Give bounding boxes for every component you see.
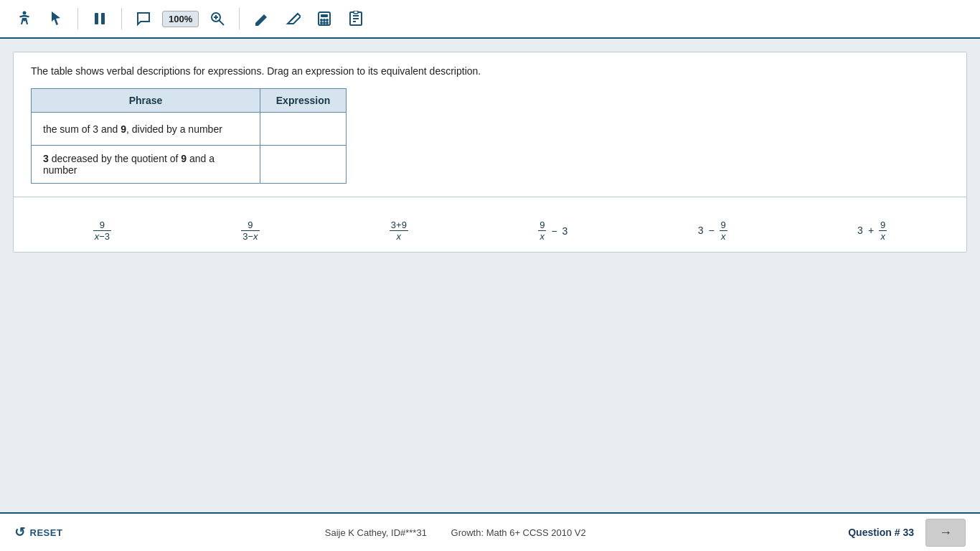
table-row: the sum of 3 and 9, divided by a number	[32, 113, 347, 146]
svg-point-0	[23, 11, 27, 15]
next-button[interactable]: →	[925, 519, 966, 547]
expr-item-1[interactable]: 9 x−3	[88, 216, 117, 245]
toolbar-divider	[77, 8, 78, 29]
pointer-icon[interactable]	[43, 6, 69, 32]
footer-user: Saije K Cathey, ID#***31	[325, 527, 427, 538]
instruction-text: The table shows verbal descriptions for …	[31, 65, 949, 77]
expr-item-6[interactable]: 3 + 9 x	[852, 217, 892, 245]
svg-rect-9	[321, 14, 328, 17]
eraser-icon[interactable]	[280, 6, 306, 32]
toolbar: 100%	[0, 0, 980, 39]
pencil-icon[interactable]	[248, 6, 274, 32]
footer: ↺ RESET Saije K Cathey, ID#***31 Growth:…	[0, 512, 980, 551]
expr-item-4[interactable]: 9 x − 3	[532, 216, 573, 245]
reset-label: RESET	[30, 527, 63, 538]
content-wrapper: The table shows verbal descriptions for …	[13, 52, 967, 253]
question-number: Question # 33	[848, 527, 914, 538]
zoom-level: 100%	[162, 11, 199, 27]
chat-icon[interactable]	[131, 6, 156, 32]
svg-point-15	[326, 22, 328, 24]
svg-point-13	[321, 22, 322, 24]
match-table: Phrase Expression the sum of 3 and 9, di…	[31, 88, 347, 184]
phrase-header: Phrase	[32, 89, 260, 113]
expr-item-5[interactable]: 3 − 9 x	[692, 217, 733, 245]
svg-line-4	[220, 21, 225, 26]
accessibility-icon[interactable]	[11, 6, 37, 32]
toolbar-divider2	[121, 8, 122, 29]
expression-drop-1[interactable]	[260, 113, 347, 146]
expression-drop-2[interactable]	[260, 146, 347, 184]
expressions-row: 9 x−3 9 3−x 3+9	[14, 209, 966, 252]
svg-point-10	[321, 19, 322, 21]
expr-item-3[interactable]: 3+9 x	[384, 216, 414, 245]
notepad-icon[interactable]	[343, 6, 369, 32]
footer-course: Growth: Math 6+ CCSS 2010 V2	[451, 527, 586, 538]
calculator-icon[interactable]	[311, 6, 337, 32]
expression-header: Expression	[260, 89, 347, 113]
main-content: The table shows verbal descriptions for …	[0, 39, 980, 512]
svg-rect-1	[95, 13, 98, 24]
panel-divider	[14, 197, 966, 197]
reset-button[interactable]: ↺ RESET	[14, 524, 62, 540]
expr-item-2[interactable]: 9 3−x	[235, 216, 265, 245]
footer-center: Saije K Cathey, ID#***31 Growth: Math 6+…	[62, 527, 848, 538]
reset-icon: ↺	[14, 524, 26, 540]
toolbar-divider3	[239, 8, 240, 29]
zoom-in-icon[interactable]	[204, 6, 230, 32]
svg-rect-2	[101, 13, 105, 24]
svg-point-12	[326, 19, 328, 21]
pause-icon[interactable]	[87, 6, 113, 32]
svg-point-14	[324, 22, 325, 24]
phrase-cell-1: the sum of 3 and 9, divided by a number	[32, 113, 260, 146]
svg-rect-20	[354, 11, 358, 14]
phrase-cell-2: 3 decreased by the quotient of 9 and a n…	[32, 146, 260, 184]
svg-point-11	[324, 19, 325, 21]
table-row: 3 decreased by the quotient of 9 and a n…	[32, 146, 347, 184]
